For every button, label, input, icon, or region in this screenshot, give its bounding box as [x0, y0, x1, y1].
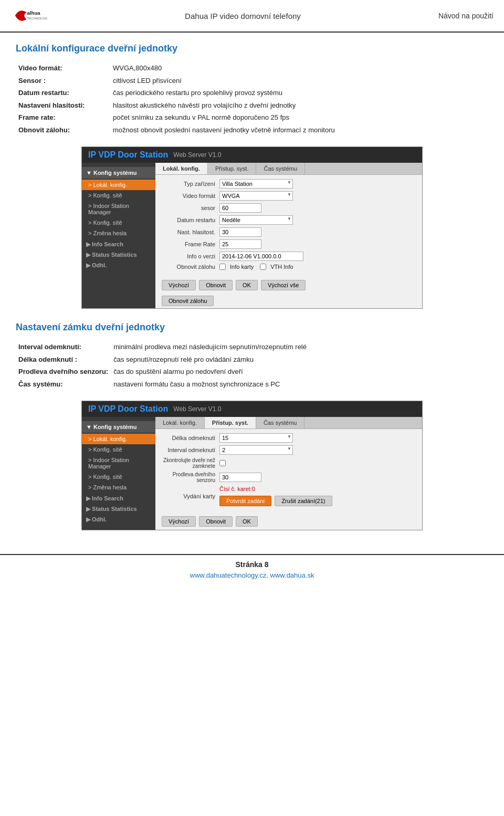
ui2-sidebar: ▼ Konfig systému > Lokál. konfig. > Konf… — [82, 417, 155, 530]
ui2-btn-vychozi[interactable]: Výchozí — [162, 516, 196, 527]
info-label: Sensor : — [16, 75, 110, 87]
ui2-select-interval-odmeknut[interactable]: 2 — [219, 445, 293, 455]
ui2-label-delka-odmeknut: Délka odmeknutí — [162, 435, 219, 441]
ui2-sidebar-status-stats[interactable]: ▶ Status Statistics — [82, 503, 155, 514]
tab-pristup-syst-1[interactable]: Přístup. syst. — [208, 163, 257, 174]
page-number: Stránka 8 — [10, 560, 494, 569]
ui1-checkbox-info-karty[interactable] — [219, 264, 226, 270]
info-label: Video formát: — [16, 62, 110, 75]
sidebar-item-konfig-site-3[interactable]: > Konfig. sítě — [82, 444, 155, 455]
sidebar-item-zmena-hesla-1[interactable]: > Změna hesla — [82, 228, 155, 238]
ui2-btn-potvrdit-zadani[interactable]: Potvrdit zadání — [219, 496, 271, 506]
ui1-buttons: Výchozí Obnovit OK Výchozí vše — [155, 277, 422, 294]
section2-info-row: Interval odemknutí:minimální prodleva me… — [16, 341, 488, 353]
sidebar-item-lokal-konfig-1[interactable]: > Lokál. konfig. — [82, 180, 155, 190]
ui1-form: Typ zařízení Villa Station Video formát — [155, 175, 422, 277]
footer-links: www.dahuatechnology.cz, www.dahua.sk — [10, 571, 494, 579]
ui1-input-frame-rate[interactable] — [219, 239, 261, 249]
sidebar-item-konfig-site-2[interactable]: > Konfig. sítě — [82, 217, 155, 228]
ui1-select-datum-restartu[interactable]: Neděle — [219, 215, 293, 225]
ui1-btn-vychozi-vse[interactable]: Výchozí vše — [261, 280, 306, 290]
ui1-select-video-format[interactable]: WVGA — [219, 191, 293, 201]
ui2-row-card-info: Vydání karty Čísí č. karet:0 Potvrdit za… — [162, 486, 416, 506]
ui2-label-interval-odmeknut: Interval odmeknutí — [162, 447, 219, 453]
ui1-row-frame-rate: Frame Rate — [162, 239, 416, 249]
ui1-tabs: Lokál. konfig. Přístup. syst. Čas systém… — [155, 163, 422, 175]
sidebar-item-konfig-site-4[interactable]: > Konfig. sítě — [82, 472, 155, 482]
section1-info-table: Video formát:WVGA,800x480Sensor :citlivo… — [16, 62, 488, 136]
section1-info-row: Sensor :citlivost LED přisvícení — [16, 75, 488, 87]
info-label: Obnovit zálohu: — [16, 124, 110, 137]
ui2-value-prodleva — [219, 473, 261, 482]
ui1-select-typ-zarizeni-wrapper[interactable]: Villa Station — [219, 179, 293, 189]
sidebar-item-indoor-station-2[interactable]: > Indoor Station Manager — [82, 455, 155, 472]
footer-link-cz[interactable]: www.dahuatechnology.cz — [190, 571, 267, 579]
tab-cas-systemu-2[interactable]: Čas systému — [256, 417, 305, 428]
ui2-btn-zrusit-zadani[interactable]: Zrušit zadání(21) — [275, 496, 332, 506]
ui2-input-prodleva[interactable] — [219, 473, 261, 482]
ui2-select-delka-odmeknut[interactable]: 15 — [219, 433, 293, 443]
footer-link-sk[interactable]: www.dahua.sk — [270, 571, 314, 579]
ui2-value-delka-odmeknut: 15 — [219, 433, 293, 443]
ui1-select-typ-zarizeni[interactable]: Villa Station — [219, 179, 293, 189]
page-footer: Stránka 8 www.dahuatechnology.cz, www.da… — [0, 554, 504, 584]
ui2-body: ▼ Konfig systému > Lokál. konfig. > Konf… — [82, 417, 422, 530]
ui2-btn-obnovit[interactable]: Obnovit — [199, 516, 233, 527]
ui1-row-typ-zarizeni: Typ zařízení Villa Station — [162, 179, 416, 189]
ui1-input-info-verzi[interactable] — [219, 252, 303, 261]
ui1-value-frame-rate — [219, 239, 261, 249]
ui1-value-obnovit-zalohu: Info karty VTH Info — [219, 264, 293, 270]
ui2-sidebar-odhl[interactable]: ▶ Odhl. — [82, 514, 155, 524]
info-label: Prodleva dveřního senzoru: — [16, 365, 111, 378]
info-value: čas sepnutí/rozepnutí relé pro ovládání … — [111, 353, 488, 366]
ui1-value-info-verzi — [219, 252, 303, 261]
ui1-btn-ok[interactable]: OK — [236, 280, 258, 290]
tab-pristup-syst-2[interactable]: Přístup. syst. — [205, 417, 256, 428]
sidebar-item-indoor-station-1[interactable]: > Indoor Station Manager — [82, 201, 155, 217]
ui1-checkbox-vth-info[interactable] — [260, 264, 266, 270]
ui2-checkbox-zkontrolujte[interactable] — [219, 460, 226, 466]
ui2-row-interval-odmeknut: Interval odmeknutí 2 — [162, 445, 416, 455]
ui1-input-sesor[interactable] — [219, 203, 261, 213]
ui1-label-frame-rate: Frame Rate — [162, 241, 219, 247]
ui2-select-delka-odmeknut-wrapper[interactable]: 15 — [219, 433, 293, 443]
ui1-row-nast-hlasitost: Nast. hlasitost. — [162, 227, 416, 237]
sidebar-item-konfig-site-1[interactable]: > Konfig. sítě — [82, 190, 155, 201]
ui1-btn-obnovit[interactable]: Obnovit — [199, 280, 233, 290]
section1-info-row: Video formát:WVGA,800x480 — [16, 62, 488, 75]
header-subtitle: Návod na použití — [438, 12, 494, 20]
tab-lokal-konfig-2[interactable]: Lokál. konfig. — [155, 417, 205, 428]
ui2-select-interval-odmeknut-wrapper[interactable]: 2 — [219, 445, 293, 455]
section2-info-table: Interval odemknutí:minimální prodleva me… — [16, 341, 488, 390]
ui1-select-video-format-wrapper[interactable]: WVGA — [219, 191, 293, 201]
ui2-brand: IP VDP Door Station — [88, 404, 168, 414]
section2-heading: Nastavení zámku dveřní jednotky — [16, 322, 488, 333]
ui1-row-sesor: sesor — [162, 203, 416, 213]
ui2-sidebar-info-search[interactable]: ▶ Info Search — [82, 493, 155, 503]
info-label: Čas systému: — [16, 378, 111, 391]
ui1-value-typ-zarizeni: Villa Station — [219, 179, 293, 189]
sidebar-item-zmena-hesla-2[interactable]: > Změna hesla — [82, 482, 155, 493]
ui1-btn-obnovit-zalohu[interactable]: Obnovit zálohu — [162, 296, 214, 306]
ui1-input-nast-hlasitost[interactable] — [219, 227, 261, 237]
tab-cas-systemu-1[interactable]: Čas systému — [256, 163, 305, 174]
ui1-row-video-format: Video formát WVGA — [162, 191, 416, 201]
tab-lokal-konfig-1[interactable]: Lokál. konfig. — [155, 163, 208, 174]
sidebar-item-lokal-konfig-2[interactable]: > Lokál. konfig. — [82, 434, 155, 444]
ui1-sidebar-info-search[interactable]: ▶ Info Search — [82, 238, 155, 249]
logo-area: alhua TECHNOLOGY — [10, 5, 47, 26]
ui1-value-nast-hlasitost — [219, 227, 261, 237]
ui1-btn-vychozi[interactable]: Výchozí — [162, 280, 196, 290]
ui2-buttons: Výchozí Obnovit OK — [155, 513, 422, 530]
ui1-sidebar-odhl[interactable]: ▶ Odhl. — [82, 259, 155, 270]
ui1-row-obnovit-zalohu: Obnovit zálohu Info karty VTH Info — [162, 264, 416, 270]
ui1-select-datum-restartu-wrapper[interactable]: Neděle — [219, 215, 293, 225]
ui2-value-interval-odmeknut: 2 — [219, 445, 293, 455]
ui1-header: IP VDP Door Station Web Server V1.0 — [82, 147, 422, 163]
ui1-sidebar-status-stats[interactable]: ▶ Status Statistics — [82, 249, 155, 259]
section1-info-row: Frame rate:počet snímku za sekundu v PAL… — [16, 111, 488, 124]
section2-info-row: Délka odemknutí :čas sepnutí/rozepnutí r… — [16, 353, 488, 366]
ui2-btn-ok[interactable]: OK — [236, 516, 258, 527]
ui2-form: Délka odmeknutí 15 Interval odmeknutí — [155, 429, 422, 513]
info-value: čas do spuštění alarmu po nedovření dveř… — [111, 365, 488, 378]
